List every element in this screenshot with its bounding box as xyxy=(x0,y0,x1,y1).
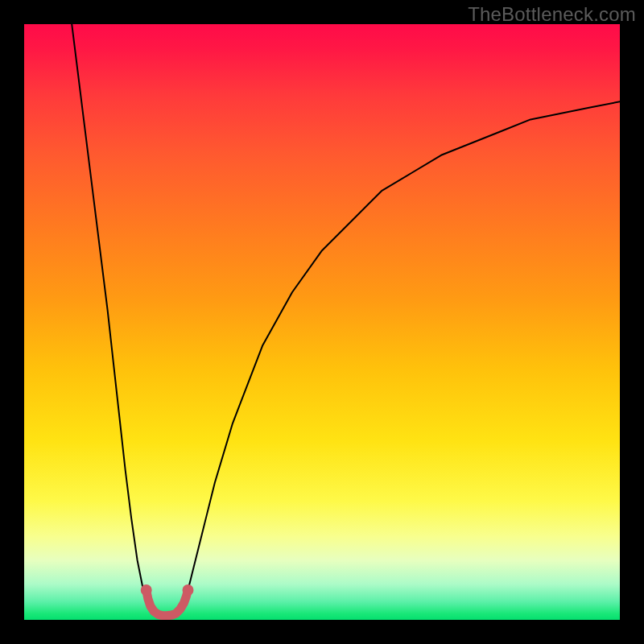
plot-area xyxy=(24,24,620,620)
series-point-bottom-u-endpoints xyxy=(141,584,152,596)
chart-frame: TheBottleneck.com xyxy=(0,0,644,644)
series-layer xyxy=(72,24,620,616)
watermark-text: TheBottleneck.com xyxy=(468,3,636,26)
series-line-bottom-u xyxy=(147,590,188,616)
chart-svg xyxy=(24,24,620,620)
series-line-right-branch xyxy=(179,101,620,613)
series-line-left-branch xyxy=(72,24,155,614)
series-point-bottom-u-endpoints xyxy=(183,584,194,596)
